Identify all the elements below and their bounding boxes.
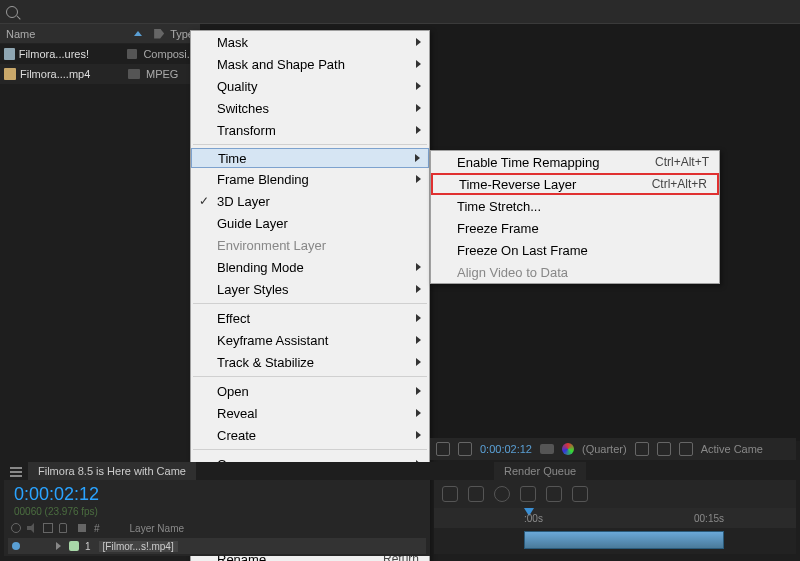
submenu-arrow-icon bbox=[415, 154, 420, 162]
menu-separator bbox=[193, 144, 427, 145]
menu-item-keyframe-assistant[interactable]: Keyframe Assistant bbox=[191, 329, 429, 351]
menu-item-label: Layer Styles bbox=[217, 282, 289, 297]
tab-overflow-icon[interactable] bbox=[10, 465, 22, 477]
menu-item-track-stabilize[interactable]: Track & Stabilize bbox=[191, 351, 429, 373]
menu-item-label: Transform bbox=[217, 123, 276, 138]
menu-item-layer-styles[interactable]: Layer Styles bbox=[191, 278, 429, 300]
menu-shortcut: Ctrl+Alt+R bbox=[652, 177, 707, 191]
label-column-icon[interactable] bbox=[154, 29, 164, 39]
timeline-left-panel: 0:00:02:12 00060 (23.976 fps) # Layer Na… bbox=[4, 480, 430, 556]
menu-item-label: Frame Blending bbox=[217, 172, 309, 187]
menu-item-mask[interactable]: Mask bbox=[191, 31, 429, 53]
item-name: Filmora...ures! bbox=[19, 48, 121, 60]
motion-blur-icon[interactable] bbox=[546, 486, 562, 502]
menu-item-open[interactable]: Open bbox=[191, 380, 429, 402]
comp-flowchart-icon[interactable] bbox=[442, 486, 458, 502]
project-columns-header[interactable]: Name Type bbox=[0, 24, 200, 44]
menu-item-frame-blending[interactable]: Frame Blending bbox=[191, 168, 429, 190]
layer-label-icon[interactable] bbox=[69, 541, 79, 551]
menu-item-label: Guide Layer bbox=[217, 216, 288, 231]
menu-item-label: Reveal bbox=[217, 406, 257, 421]
menu-item-label: Time bbox=[218, 151, 246, 166]
expand-layer-icon[interactable] bbox=[56, 542, 61, 550]
menu-item-blending-mode[interactable]: Blending Mode bbox=[191, 256, 429, 278]
menu-item-label: Align Video to Data bbox=[457, 265, 568, 280]
menu-item-label: Mask bbox=[217, 35, 248, 50]
lock-column-icon[interactable] bbox=[59, 523, 67, 533]
menu-item-label: Time Stretch... bbox=[457, 199, 541, 214]
menu-item-label: Freeze Frame bbox=[457, 221, 539, 236]
menu-item-3d-layer[interactable]: ✓3D Layer bbox=[191, 190, 429, 212]
project-item[interactable]: Filmora....mp4 MPEG bbox=[0, 64, 200, 84]
current-timecode[interactable]: 0:00:02:12 bbox=[14, 484, 99, 505]
tab-label: Render Queue bbox=[504, 465, 576, 477]
submenu-arrow-icon bbox=[416, 60, 421, 68]
search-bar[interactable] bbox=[0, 0, 800, 24]
video-file-icon bbox=[4, 68, 16, 80]
hide-shy-layers-icon[interactable] bbox=[494, 486, 510, 502]
menu-item-switches[interactable]: Switches bbox=[191, 97, 429, 119]
snapshot-icon[interactable] bbox=[540, 444, 554, 454]
menu-item-enable-time-remapping[interactable]: Enable Time RemappingCtrl+Alt+T bbox=[431, 151, 719, 173]
solo-column-icon[interactable] bbox=[43, 523, 53, 533]
render-queue-tab-area: Render Queue bbox=[494, 462, 588, 480]
menu-item-transform[interactable]: Transform bbox=[191, 119, 429, 141]
time-submenu: Enable Time RemappingCtrl+Alt+TTime-Reve… bbox=[430, 150, 720, 284]
visibility-column-icon[interactable] bbox=[11, 523, 21, 533]
time-ruler[interactable]: :00s 00:15s bbox=[434, 508, 796, 528]
composition-tab[interactable]: Filmora 8.5 is Here with Came bbox=[28, 462, 196, 480]
menu-item-label: Environment Layer bbox=[217, 238, 326, 253]
menu-item-label: 3D Layer bbox=[217, 194, 270, 209]
draft-3d-icon[interactable] bbox=[468, 486, 484, 502]
label-column-icon[interactable] bbox=[78, 524, 86, 532]
sort-ascending-icon[interactable] bbox=[134, 31, 142, 36]
audio-column-icon[interactable] bbox=[27, 523, 37, 533]
menu-item-freeze-on-last-frame[interactable]: Freeze On Last Frame bbox=[431, 239, 719, 261]
color-management-icon[interactable] bbox=[562, 443, 574, 455]
timeline-layer-row[interactable]: 1 [Filmor...s!.mp4] bbox=[8, 538, 426, 554]
menu-item-mask-and-shape-path[interactable]: Mask and Shape Path bbox=[191, 53, 429, 75]
folder-icon bbox=[128, 69, 140, 79]
menu-item-label: Effect bbox=[217, 311, 250, 326]
ruler-label: 00:15s bbox=[694, 513, 724, 524]
menu-item-align-video-to-data: Align Video to Data bbox=[431, 261, 719, 283]
project-item[interactable]: Filmora...ures! Composi... bbox=[0, 44, 200, 64]
column-name[interactable]: Name bbox=[6, 28, 128, 40]
timeline-track-area[interactable] bbox=[434, 528, 796, 554]
menu-item-create[interactable]: Create bbox=[191, 424, 429, 446]
menu-item-label: Quality bbox=[217, 79, 257, 94]
fast-preview-icon[interactable] bbox=[635, 442, 649, 456]
visibility-toggle-icon[interactable] bbox=[12, 542, 20, 550]
menu-separator bbox=[193, 376, 427, 377]
frame-rate-info: 00060 (23.976 fps) bbox=[14, 506, 98, 517]
menu-item-label: Enable Time Remapping bbox=[457, 155, 599, 170]
composition-icon bbox=[4, 48, 15, 60]
submenu-arrow-icon bbox=[416, 38, 421, 46]
view-layout-icon[interactable] bbox=[679, 442, 693, 456]
submenu-arrow-icon bbox=[416, 263, 421, 271]
frame-blend-icon[interactable] bbox=[520, 486, 536, 502]
layer-name-column: Layer Name bbox=[130, 523, 184, 534]
region-of-interest-icon[interactable] bbox=[436, 442, 450, 456]
menu-item-effect[interactable]: Effect bbox=[191, 307, 429, 329]
project-panel: Name Type Filmora...ures! Composi... Fil… bbox=[0, 24, 200, 84]
menu-item-reveal[interactable]: Reveal bbox=[191, 402, 429, 424]
menu-item-time[interactable]: Time bbox=[191, 148, 429, 168]
layer-clip[interactable] bbox=[524, 531, 724, 549]
menu-item-quality[interactable]: Quality bbox=[191, 75, 429, 97]
menu-item-time-stretch[interactable]: Time Stretch... bbox=[431, 195, 719, 217]
transparency-grid-icon[interactable] bbox=[657, 442, 671, 456]
timeline-tabs: Filmora 8.5 is Here with Came bbox=[4, 462, 796, 480]
render-queue-tab[interactable]: Render Queue bbox=[494, 462, 586, 480]
menu-item-time-reverse-layer[interactable]: Time-Reverse LayerCtrl+Alt+R bbox=[431, 173, 719, 195]
viewer-resolution[interactable]: (Quarter) bbox=[582, 443, 627, 455]
graph-editor-icon[interactable] bbox=[572, 486, 588, 502]
active-camera-label[interactable]: Active Came bbox=[701, 443, 763, 455]
grid-guides-icon[interactable] bbox=[458, 442, 472, 456]
submenu-arrow-icon bbox=[416, 104, 421, 112]
item-name: Filmora....mp4 bbox=[20, 68, 122, 80]
ruler-label: :00s bbox=[524, 513, 543, 524]
viewer-timecode[interactable]: 0:00:02:12 bbox=[480, 443, 532, 455]
menu-item-freeze-frame[interactable]: Freeze Frame bbox=[431, 217, 719, 239]
menu-item-guide-layer[interactable]: Guide Layer bbox=[191, 212, 429, 234]
